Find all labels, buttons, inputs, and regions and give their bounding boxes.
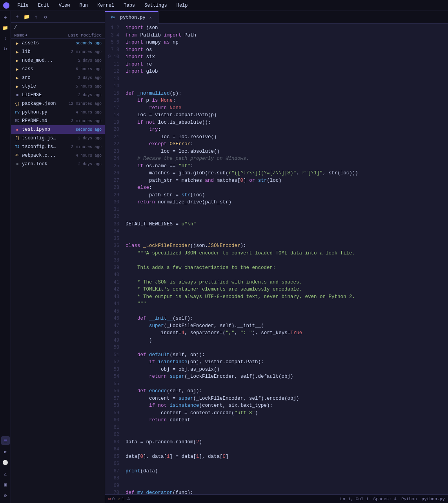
new-folder-btn[interactable]: 📁 [23,13,31,21]
menu-run[interactable]: Run [78,2,89,9]
file-modified: 2 minutes ago [58,145,102,149]
info-item[interactable]: A [127,497,130,501]
file-name: test.ipynb [22,127,58,132]
sidebar: + 📁 ⇧ ↻ / Name ▲ Last Modified ▶ assets [11,11,105,503]
gear-icon[interactable]: ⚙ [1,491,10,500]
upload-btn[interactable]: ⇧ [32,13,40,21]
ipynb-file-icon: ■ [14,126,20,133]
md-file-icon: MD [14,118,20,124]
editor-area: Py python.py ✕ 1 2 3 4 5 6 7 8 9 10 11 1… [105,11,448,503]
status-right: Ln 1, Col 1 Spaces: 4 Python python.py [340,497,445,501]
file-modified: 5 hours ago [58,84,102,89]
menu-kernel[interactable]: Kernel [96,2,116,9]
menu-file[interactable]: File [16,2,30,9]
tab-icon: Py [110,15,116,21]
list-item[interactable]: MD README.md 3 minutes ago [11,117,105,125]
file-modified: 2 minutes ago [58,50,102,54]
lock-file-icon: ■ [14,161,20,167]
menu-edit[interactable]: Edit [36,2,51,9]
warning-count[interactable]: ⚠ 1 [118,496,124,501]
main-layout: + 📁 ⇧ ↻ ☰ ▶ ⚪ △ ▣ ⚙ + 📁 ⇧ ↻ / Nam [0,11,448,503]
folder-icon: ▶ [14,66,20,72]
file-modified: 2 days ago [58,136,102,141]
menu-tabs[interactable]: Tabs [122,2,137,9]
line-numbers: 1 2 3 4 5 6 7 8 9 10 11 12 13 14 15 16 1… [105,24,122,494]
source-control-icon[interactable]: ⚪ [1,458,10,467]
menu-help[interactable]: Help [175,2,189,9]
file-name: tsconfig.json [22,135,58,141]
folder-icon: ▶ [14,40,20,46]
list-item[interactable]: JS webpack.c... 4 hours ago [11,151,105,160]
new-file-btn[interactable]: + [13,13,21,21]
list-item[interactable]: ▶ node_mod... 2 days ago [11,56,105,65]
file-name: python.py [22,110,58,115]
cursor-position: Ln 1, Col 1 [340,497,369,501]
language-mode[interactable]: Python [401,497,417,501]
explorer-icon[interactable]: ☰ [1,436,10,445]
search-icon[interactable]: ▶ [1,447,10,456]
file-modified: seconds ago [58,41,102,46]
new-file-icon[interactable]: + [1,13,10,22]
file-name: package.json [22,101,58,106]
file-modified: 4 hours ago [58,154,102,158]
ts-file-icon: TS [14,144,20,150]
file-name: webpack.c... [22,153,58,158]
menu-view[interactable]: View [57,2,72,9]
refresh-btn[interactable]: ↻ [42,13,49,21]
file-name: lib [22,49,58,55]
list-item[interactable]: ▶ style 5 hours ago [11,82,105,91]
code-editor[interactable]: 1 2 3 4 5 6 7 8 9 10 11 12 13 14 15 16 1… [105,24,448,494]
file-name: tsconfig.ts... [22,144,58,150]
app-icon [3,2,9,9]
file-modified: 4 hours ago [58,110,102,115]
debug-icon[interactable]: △ [1,469,10,478]
code-content[interactable]: import json from Pathlib import Path imp… [122,24,448,494]
extensions-icon[interactable]: ▣ [1,480,10,489]
list-item[interactable]: TS tsconfig.ts... 2 minutes ago [11,143,105,151]
col-modified-header: Last Modified [58,33,102,38]
refresh-icon[interactable]: ↻ [1,44,10,53]
list-item[interactable]: {} package.json 12 minutes ago [11,99,105,108]
upload-icon[interactable]: ⇧ [1,34,10,42]
menu-settings[interactable]: Settings [143,2,169,9]
file-name: LICENSE [22,92,58,98]
list-item[interactable]: ▶ sass 6 hours ago [11,65,105,73]
folder-icon: ▶ [14,49,20,55]
file-table-header: Name ▲ Last Modified [11,32,105,39]
file-name: style [22,84,58,89]
list-item[interactable]: ■ yarn.lock 2 days ago [11,160,105,168]
breadcrumb: / [11,23,105,32]
js-file-icon: JS [14,152,20,159]
folder-open-icon[interactable]: 📁 [1,24,10,32]
folder-icon: ▶ [14,57,20,64]
tab-bar: Py python.py ✕ [105,11,448,24]
warning-icon: ⚠ [118,496,120,501]
spaces-info: Spaces: 4 [373,497,397,501]
list-item[interactable]: {} tsconfig.json 2 days ago [11,134,105,143]
list-item[interactable]: ▶ assets seconds ago [11,39,105,48]
error-count[interactable]: ⊗ 0 [108,496,115,501]
list-item[interactable]: ■ test.ipynb seconds ago [11,125,105,134]
file-tree[interactable]: Name ▲ Last Modified ▶ assets seconds ag… [11,32,105,503]
list-item[interactable]: Py python.py 4 hours ago [11,108,105,117]
json-file-icon: {} [14,101,20,107]
folder-icon: ▶ [14,83,20,90]
file-name: node_mod... [22,58,58,63]
tab-python-py[interactable]: Py python.py ✕ [105,11,158,24]
list-item[interactable]: ▶ src 2 days ago [11,73,105,82]
list-item[interactable]: ■ LICENSE 2 days ago [11,91,105,99]
file-name: sass [22,66,58,72]
file-modified: 6 hours ago [58,67,102,71]
file-modified: 2 days ago [58,59,102,63]
json-file-icon: {} [14,135,20,141]
tab-close-btn[interactable]: ✕ [148,15,153,20]
file-name: README.md [22,118,58,124]
list-item[interactable]: ▶ lib 2 minutes ago [11,48,105,56]
col-name-header[interactable]: Name ▲ [14,33,58,38]
tab-label: python.py [120,15,146,20]
file-modified: 3 minutes ago [58,119,102,123]
file-modified: 12 minutes ago [58,102,102,106]
txt-file-icon: ■ [14,92,20,98]
status-bar: ⊗ 0 ⚠ 1 A Ln 1, Col 1 Spaces: 4 Python p… [105,494,448,503]
file-modified: 2 days ago [58,162,102,166]
